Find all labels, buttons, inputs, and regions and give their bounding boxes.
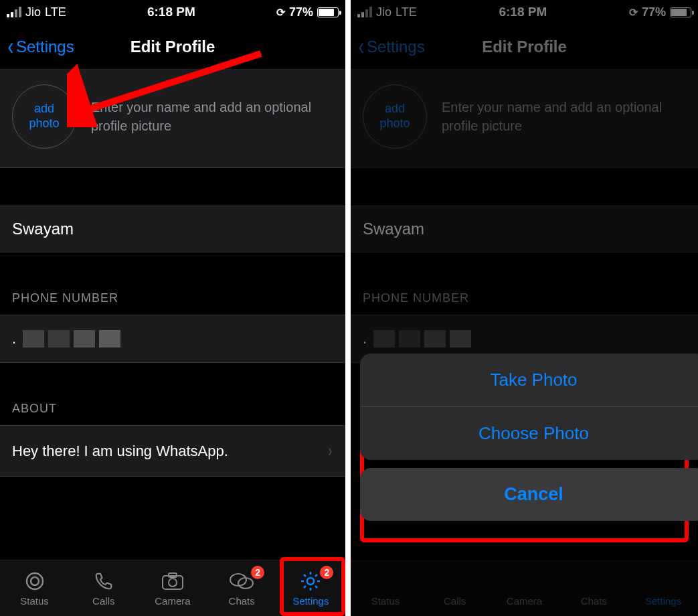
profile-header: add photo Enter your name and add an opt… bbox=[351, 70, 698, 168]
tab-label: Calls bbox=[92, 595, 114, 607]
signal-icon bbox=[7, 7, 21, 17]
chevron-left-icon: ‹ bbox=[8, 35, 13, 59]
tab-status: Status bbox=[353, 570, 418, 607]
badge: 2 bbox=[320, 566, 333, 579]
tab-bar: Status Calls Camera 2 Chats 2 Se bbox=[0, 560, 345, 616]
back-label: Settings bbox=[16, 37, 74, 56]
about-value: Hey there! I am using WhatsApp. bbox=[12, 443, 228, 460]
rotation-lock-icon: ⟳ bbox=[276, 6, 285, 19]
name-field[interactable]: Swayam bbox=[351, 206, 698, 252]
camera-icon bbox=[161, 570, 184, 593]
back-label: Settings bbox=[367, 37, 425, 56]
phone-section-header: PHONE NUMBER bbox=[351, 271, 698, 315]
svg-point-0 bbox=[27, 573, 43, 589]
clock: 6:18 PM bbox=[147, 5, 195, 19]
add-photo-button[interactable]: add photo bbox=[363, 84, 427, 149]
phone-number-row: . bbox=[0, 315, 345, 363]
svg-point-7 bbox=[307, 578, 314, 585]
clock: 6:18 PM bbox=[499, 5, 547, 19]
cancel-label: Cancel bbox=[504, 484, 563, 504]
tab-camera[interactable]: Camera bbox=[141, 570, 205, 607]
battery-icon bbox=[317, 7, 339, 17]
nav-header: ‹ Settings Edit Profile bbox=[351, 24, 698, 70]
back-button[interactable]: ‹ Settings bbox=[357, 35, 425, 59]
add-photo-label: add photo bbox=[379, 102, 410, 131]
about-row[interactable]: Hey there! I am using WhatsApp. › bbox=[0, 425, 345, 477]
page-title: Edit Profile bbox=[482, 37, 567, 56]
chevron-left-icon: ‹ bbox=[359, 35, 364, 59]
page-title: Edit Profile bbox=[130, 37, 215, 56]
add-photo-label: add photo bbox=[29, 102, 59, 131]
profile-hint: Enter your name and add an optional prof… bbox=[442, 98, 686, 135]
profile-header: add photo Enter your name and add an opt… bbox=[0, 70, 345, 168]
phone-icon bbox=[94, 570, 114, 593]
screenshot-right: Jio LTE 6:18 PM ⟳ 77% ‹ Settings Edit Pr… bbox=[351, 0, 698, 616]
battery-icon bbox=[670, 7, 691, 17]
status-bar: Jio LTE 6:18 PM ⟳ 77% bbox=[0, 0, 345, 24]
tab-label: Status bbox=[20, 595, 49, 607]
action-sheet: Take Photo Choose Photo Cancel bbox=[360, 354, 698, 521]
svg-point-3 bbox=[169, 579, 177, 587]
gear-icon bbox=[300, 570, 321, 593]
phone-number-redacted bbox=[23, 330, 120, 348]
tab-bar: Status Calls Camera Chats Settings bbox=[351, 560, 698, 616]
tab-calls[interactable]: Calls bbox=[72, 570, 136, 607]
badge: 2 bbox=[251, 566, 264, 579]
tab-settings[interactable]: 2 Settings bbox=[278, 570, 343, 607]
name-value: Swayam bbox=[363, 220, 424, 238]
tab-chats: Chats bbox=[561, 570, 626, 607]
cancel-button[interactable]: Cancel bbox=[360, 468, 698, 521]
about-section-header: ABOUT bbox=[0, 382, 345, 425]
tab-calls: Calls bbox=[423, 570, 487, 607]
rotation-lock-icon: ⟳ bbox=[629, 6, 638, 19]
signal-icon bbox=[357, 7, 372, 17]
chevron-right-icon: › bbox=[329, 441, 332, 461]
battery-pct: 77% bbox=[642, 5, 666, 19]
status-icon bbox=[24, 570, 46, 593]
tab-label: Settings bbox=[292, 595, 329, 607]
sheet-item-label: Take Photo bbox=[490, 370, 577, 390]
nav-header: ‹ Settings Edit Profile bbox=[0, 24, 345, 70]
carrier-label: Jio bbox=[376, 5, 391, 19]
network-type: LTE bbox=[396, 5, 417, 19]
action-sheet-options: Take Photo Choose Photo bbox=[360, 354, 698, 460]
sheet-item-label: Choose Photo bbox=[478, 423, 589, 443]
svg-point-1 bbox=[31, 577, 39, 585]
phone-section-header: PHONE NUMBER bbox=[0, 271, 345, 315]
tab-status[interactable]: Status bbox=[3, 570, 67, 607]
screenshot-left: Jio LTE 6:18 PM ⟳ 77% ‹ Settings Edit Pr… bbox=[0, 0, 345, 616]
name-field[interactable]: Swayam bbox=[0, 206, 345, 252]
battery-pct: 77% bbox=[289, 5, 313, 19]
status-bar: Jio LTE 6:18 PM ⟳ 77% bbox=[351, 0, 698, 24]
tab-camera: Camera bbox=[492, 570, 556, 607]
choose-photo-button[interactable]: Choose Photo bbox=[360, 407, 698, 460]
back-button[interactable]: ‹ Settings bbox=[7, 35, 74, 59]
network-type: LTE bbox=[45, 5, 66, 19]
tab-settings: Settings bbox=[631, 570, 695, 607]
tab-label: Camera bbox=[155, 595, 190, 607]
carrier-label: Jio bbox=[25, 5, 41, 19]
take-photo-button[interactable]: Take Photo bbox=[360, 354, 698, 407]
name-value: Swayam bbox=[12, 220, 74, 238]
tab-chats[interactable]: 2 Chats bbox=[209, 570, 274, 607]
add-photo-button[interactable]: add photo bbox=[12, 84, 76, 149]
profile-hint: Enter your name and add an optional prof… bbox=[91, 98, 333, 135]
tab-label: Chats bbox=[229, 595, 255, 607]
phone-number-redacted bbox=[373, 330, 471, 348]
